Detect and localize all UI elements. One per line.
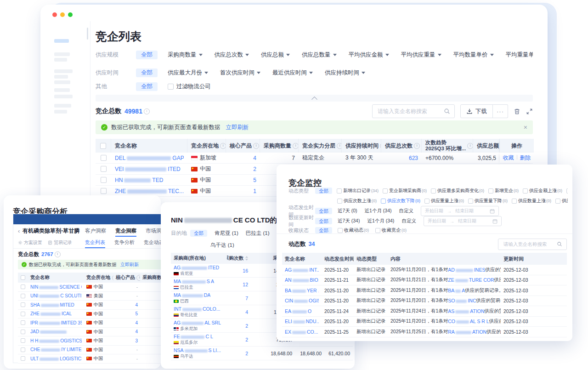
filter-option[interactable]: 近7天 (34) [338, 218, 360, 224]
filter-all-chip[interactable]: 全部 [315, 218, 332, 225]
delete-link[interactable]: 删除 [520, 154, 531, 161]
checkbox[interactable] [337, 199, 342, 204]
checkbox[interactable] [168, 84, 174, 90]
activity-type-checkbox[interactable]: 供应数量下降(0) [555, 198, 568, 204]
minimize-window-dot[interactable] [60, 12, 65, 17]
trade-records-menu[interactable]: 贸易记录 [48, 239, 72, 246]
checkbox[interactable] [431, 188, 436, 194]
filter-dropdown[interactable]: 首次供应时间 [220, 69, 260, 77]
core-product-count[interactable]: 4 [135, 320, 138, 325]
filter-dropdown[interactable]: 供应最大月份 [168, 69, 208, 77]
core-product-count[interactable]: 1 [253, 188, 256, 194]
core-product-count[interactable]: - [136, 293, 138, 298]
activity-type-checkbox[interactable]: 供应最多采购商变化(0) [431, 188, 484, 194]
collapse-filters-bar[interactable] [96, 95, 533, 102]
activity-type-checkbox[interactable]: 供应次数上涨(0) [337, 198, 377, 204]
competitor-name-link[interactable]: NINSCIENCE C... [30, 285, 82, 290]
checkbox[interactable] [523, 188, 528, 194]
filter-dropdown[interactable]: 供应总数量 [302, 51, 337, 59]
filter-dropdown[interactable]: 采购商数量 [168, 51, 203, 59]
filter-option-custom[interactable]: 自定义 [401, 218, 416, 224]
buyer-name-link[interactable]: MAS A [174, 279, 214, 285]
subtab-competitor-list[interactable]: 竞企列表 [85, 239, 105, 248]
subtab-competition-analysis[interactable]: 竞争分析 [114, 239, 135, 248]
purchase-times-count[interactable]: 2 [245, 351, 248, 356]
core-product-count[interactable]: 4 [135, 302, 138, 307]
filter-option[interactable]: 近1个月 (34) [367, 218, 394, 224]
filter-dropdown[interactable]: 最近供应时间 [272, 69, 313, 77]
row-checkbox[interactable] [101, 177, 107, 183]
search-icon[interactable] [557, 241, 562, 247]
sidebar-skeleton-bar-active[interactable] [54, 39, 69, 43]
maximize-window-dot[interactable] [68, 12, 73, 17]
activity-type-checkbox[interactable]: 供应重量上涨(0) [424, 198, 464, 204]
filter-dropdown[interactable]: 平均数量单价 [453, 51, 494, 59]
checkbox[interactable] [375, 228, 380, 233]
buyer-name-link[interactable]: AGITED [174, 265, 219, 271]
filter-all-chip[interactable]: 全部 [136, 82, 158, 91]
info-icon[interactable] [337, 143, 342, 149]
sidebar-skeleton-bar[interactable] [54, 104, 71, 108]
destination-option[interactable]: 乌干达 (1) [210, 242, 234, 248]
filter-option-custom[interactable]: 自定义 [399, 208, 414, 214]
purchase-times-count[interactable]: 2 [245, 337, 248, 342]
sidebar-skeleton-bar[interactable] [54, 95, 73, 98]
info-icon[interactable] [220, 143, 226, 149]
filter-dropdown[interactable]: 供应总次数 [215, 51, 249, 59]
row-checkbox[interactable] [101, 188, 107, 194]
activity-type-checkbox[interactable]: 竞企新增采购商(0) [383, 188, 427, 194]
sidebar-skeleton-bar[interactable] [54, 110, 67, 114]
scheme-settings-menu[interactable]: 方案设置 [18, 239, 42, 246]
activity-type-checkbox[interactable]: 新增出口记录(34) [337, 188, 379, 194]
filter-all-chip[interactable]: 全部 [136, 51, 158, 59]
filter-dropdown[interactable]: 平均重量单价 [506, 51, 533, 59]
search-input[interactable] [377, 108, 441, 115]
checkbox[interactable] [383, 188, 388, 194]
filter-dropdown[interactable]: 供应总额 [261, 51, 290, 59]
trash-icon[interactable] [514, 108, 520, 115]
tab-market-insight[interactable]: 市场洞察 [146, 228, 161, 237]
row-checkbox[interactable] [21, 338, 25, 343]
activity-type-checkbox[interactable]: 供应次数下降(0) [381, 198, 420, 204]
competitor-name-link[interactable]: EXCO... [285, 329, 318, 335]
row-checkbox[interactable] [21, 356, 25, 361]
tab-competitor-insight[interactable]: 竞企洞察 [115, 228, 136, 237]
competitor-name-link[interactable]: CINOGIS... [285, 298, 319, 303]
core-product-count[interactable]: 4 [135, 329, 138, 334]
select-all-checkbox[interactable] [21, 275, 25, 280]
row-checkbox[interactable] [21, 302, 25, 307]
competitor-name-link[interactable]: SHAMITED [30, 302, 74, 307]
row-checkbox[interactable] [21, 285, 25, 289]
core-product-count[interactable]: 2 [253, 166, 256, 172]
info-icon[interactable] [414, 143, 420, 149]
core-product-count[interactable]: 5 [253, 177, 256, 183]
row-checkbox[interactable] [21, 347, 25, 352]
info-icon[interactable] [136, 275, 140, 281]
related-company-link[interactable]: SOINC [448, 298, 476, 303]
related-company-link[interactable]: COAL S R L [448, 319, 489, 324]
activity-type-checkbox[interactable]: 新增竞企(0) [488, 188, 519, 194]
checkbox[interactable] [381, 199, 386, 204]
sidebar-skeleton-bar[interactable] [54, 69, 73, 73]
checkbox[interactable] [424, 199, 430, 204]
destination-option[interactable]: 巴拉圭 (1) [246, 230, 270, 237]
competitor-name-link[interactable]: UNIC SOLUTI... [30, 293, 82, 298]
competitor-name-link[interactable]: ZHETEC... [115, 188, 184, 194]
close-icon[interactable] [524, 124, 527, 131]
search-input[interactable] [503, 241, 554, 247]
competitor-name-link[interactable]: ULTLOGISTICS ... [30, 356, 82, 361]
row-checkbox[interactable] [21, 312, 25, 316]
checkbox[interactable] [337, 188, 342, 194]
related-company-link[interactable]: BAA [448, 288, 465, 293]
related-company-link[interactable]: ASATION [448, 308, 484, 314]
download-button[interactable]: 下载 [460, 104, 493, 118]
filter-dropdown[interactable]: 平均供应金额 [349, 51, 389, 59]
competitor-name-link[interactable]: BAYER ... [285, 288, 319, 293]
date-range-input[interactable]: 开始日期→结束日期 [421, 206, 499, 216]
search-icon[interactable] [444, 108, 450, 114]
refresh-now-link[interactable]: 立即刷新 [226, 124, 249, 131]
competitor-name-link[interactable]: ELINDU... [285, 319, 319, 324]
core-product-count[interactable]: 4 [253, 155, 256, 161]
core-product-count[interactable]: 3 [135, 338, 138, 343]
checkbox[interactable] [512, 199, 517, 204]
